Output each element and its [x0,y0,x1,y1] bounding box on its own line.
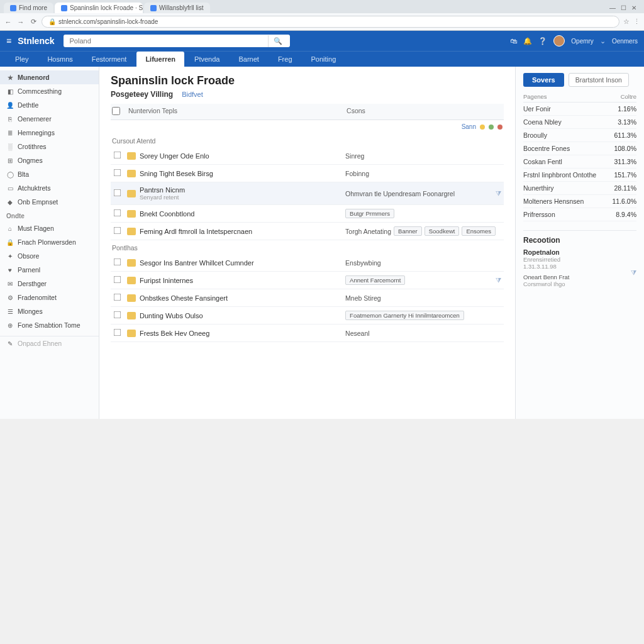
top-link-comm[interactable]: Oenmers [612,38,638,45]
search-input[interactable] [69,35,268,47]
nav-tab[interactable]: Barnet [230,52,267,67]
row-status: Torgh Anetating [345,228,391,235]
status-pill[interactable]: Ensomes [462,226,496,236]
sidebar-item-label: Fnach Plonwersden [18,238,76,246]
sidebar-item[interactable]: ◧Commcesthing [0,84,99,98]
sidebar-item[interactable]: 👤Dethtle [0,98,99,112]
row-checkbox[interactable] [114,189,121,197]
page-title: Spaninslin lock Froade [111,74,504,87]
table-row[interactable]: Pantrsn NicnmSenyard retentOhmvran tle U… [111,182,504,205]
col-status[interactable]: Csons [347,107,502,116]
table-row[interactable]: Onbstkes Oheste FansingertMneb Stireg [111,289,504,307]
help-icon[interactable]: ❔ [538,37,547,45]
sidebar-icon: ⌂ [6,225,14,232]
nav-tab[interactable]: Hosmns [38,52,81,67]
sidebar-item[interactable]: ★Munenord [0,70,99,84]
sidebar-icon: ◧ [6,88,14,95]
sidebar-item[interactable]: ≣Hemnegings [0,126,99,140]
search-box[interactable]: 🔍 [64,35,290,47]
status-text[interactable]: Sann [462,123,476,130]
row-checkbox[interactable] [114,329,121,336]
nav-tab[interactable]: Poniting [303,52,345,67]
status-pill[interactable]: Foatmemon Garnerty Hi Innilmtareomcen [345,311,464,320]
sidebar-item[interactable]: ☰Mlonges [0,304,99,318]
nav-tab[interactable]: Ptvenda [186,52,228,67]
close-icon[interactable]: ✕ [631,4,636,11]
bell-icon[interactable]: 🔔 [523,37,532,45]
save-button[interactable]: Sovers [523,73,564,87]
sidebar-item[interactable]: ✦Obsore [0,249,99,263]
tiny-text: Oneart Benn Frat [523,274,636,280]
nav-tab[interactable]: Freg [269,52,301,67]
filter-icon[interactable]: ⧩ [631,269,636,277]
sidebar-item[interactable]: ⊕Fone Smabtion Tome [0,318,99,332]
browser-tab[interactable]: Find more [4,3,53,13]
status-pill[interactable]: Butgr Prmmers [345,209,394,218]
status-pill[interactable]: Annent Farcemornt [345,275,405,285]
table-row[interactable]: Sesgor Ins Bantrer Whillcet CumnderEnsby… [111,254,504,272]
star-icon[interactable]: ☆ [623,18,630,26]
table-row[interactable]: Furipst IninternesAnnent Farcemornt⧩ [111,272,504,289]
sidebar-item[interactable]: ♥Parnenl [0,263,99,277]
table-row[interactable]: Frests Bek Hev OneegNeseanl [111,325,504,342]
forward-icon[interactable]: → [16,18,25,26]
row-checkbox[interactable] [114,169,121,177]
sidebar-item[interactable]: 🔒Fnach Plonwersden [0,235,99,249]
sidebar-item[interactable]: ◯Blta [0,167,99,181]
reload-icon[interactable]: ⟳ [29,18,38,26]
back-icon[interactable]: ← [4,18,13,26]
filter-icon[interactable]: ⧩ [496,189,501,197]
menu-icon[interactable]: ⋮ [633,18,640,26]
sidebar-item[interactable]: ▭Atchuktrets [0,181,99,195]
sidebar-item[interactable]: ⚙Fradenomitet [0,291,99,304]
sidebar-footer-input[interactable]: Onpacd Ehnen [18,340,62,347]
minimize-icon[interactable]: — [609,4,616,11]
row-checkbox[interactable] [114,276,121,284]
hamburger-icon[interactable]: ≡ [6,36,11,46]
nav-tab[interactable]: Festorment [83,52,136,67]
sidebar-item[interactable]: ◆Onb Empnset [0,195,99,209]
sidebar-icon: ♥ [6,267,14,274]
row-name: Sorey Unger Ode Enlo [140,152,209,160]
table-row[interactable]: Bnekt CoonbtlondButgr Prmmers [111,205,504,223]
row-checkbox[interactable] [114,209,121,217]
row-checkbox[interactable] [114,258,121,266]
stat-key: Frstnl Iinphbront Ontothe [523,171,596,179]
maximize-icon[interactable]: ☐ [621,4,626,11]
select-all-checkbox[interactable] [112,107,120,115]
nav-tab[interactable]: Pley [6,52,37,67]
secondary-button[interactable]: Brartstont Inson [569,73,629,87]
address-bar[interactable]: 🔒 stnlenck.com/spaninslin-lock-froade [42,16,619,28]
stat-row: Bocentre Fones108.0% [523,142,636,155]
table-row[interactable]: Sorey Unger Ode EnloSinreg [111,147,504,165]
status-pill[interactable]: Banner [394,226,422,236]
folder-icon [127,170,136,177]
top-link-opemry[interactable]: Opemry [571,38,594,45]
sidebar-item[interactable]: ░Crotithres [0,140,99,153]
cart-icon[interactable]: 🛍 [510,37,517,45]
table-row[interactable]: Sning Tight Besek BirsgFobinng [111,165,504,182]
filter-icon[interactable]: ⧩ [496,276,501,284]
row-checkbox[interactable] [114,311,121,319]
sidebar-icon: ░ [6,143,14,150]
row-checkbox[interactable] [114,227,121,235]
sidebar-item[interactable]: ⊞Ongmes [0,153,99,167]
sidebar-item[interactable]: ⎘Oenernerer [0,112,99,126]
browser-tab-active[interactable]: Spaninslin lock Froade · Stnlenck [55,3,143,13]
avatar[interactable] [553,35,565,47]
table-row[interactable]: Dunting Wubs OulsoFoatmemon Garnerty Hi … [111,307,504,325]
subtitle-link[interactable]: Bidfvet [182,91,203,98]
table-row[interactable]: Feming Ardl ftmroll la IntetspercnaenTor… [111,223,504,240]
col-name[interactable]: Nuntervion Tepls [128,107,347,116]
brand[interactable]: Stnlenck [18,36,54,46]
stat-key: Coena Nbley [523,118,562,126]
row-status: Ohmvran tle Upendresam Foonargrel [345,190,455,197]
row-checkbox[interactable] [114,152,121,159]
nav-tab-active[interactable]: Lifuerren [136,52,184,67]
search-icon[interactable]: 🔍 [268,35,287,47]
sidebar-item[interactable]: ✉Dersthger [0,277,99,291]
row-checkbox[interactable] [114,294,121,301]
browser-tab[interactable]: Willansblyfrll list [144,3,210,13]
sidebar-item[interactable]: ⌂Must Flagen [0,221,99,235]
status-pill[interactable]: Soodkewt [425,226,460,236]
